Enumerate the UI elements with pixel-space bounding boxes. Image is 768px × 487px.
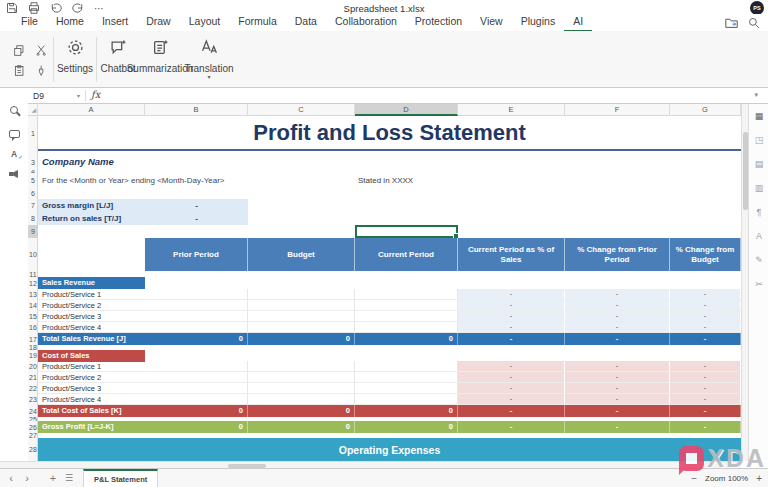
add-sheet-icon[interactable]: +	[46, 469, 60, 487]
header-prior-period[interactable]: Prior Period	[145, 238, 248, 271]
tab-home[interactable]: Home	[47, 13, 93, 32]
table-row[interactable]: Product/Service 1 ---	[38, 361, 741, 372]
table-row[interactable]: Product/Service 1 ---	[38, 289, 741, 300]
row-header[interactable]: 28	[28, 438, 38, 461]
row-header[interactable]: 12	[28, 277, 38, 289]
shape-settings-icon[interactable]: ◳	[749, 130, 768, 150]
tab-ai[interactable]: AI	[564, 13, 592, 32]
tab-view[interactable]: View	[471, 13, 512, 32]
textart-settings-icon[interactable]: A	[749, 226, 768, 246]
fx-icon[interactable]: ƒx	[91, 89, 100, 100]
ai-settings-button[interactable]: Settings	[54, 39, 96, 74]
period-cell[interactable]: For the <Month or Year> ending <Month-Da…	[42, 173, 225, 188]
gross-profit-row[interactable]: Gross Profit [L=J-K] 000 ---	[38, 421, 741, 433]
signature-settings-icon[interactable]: ✎	[749, 250, 768, 270]
worksheet[interactable]: ◢ A B C D E F G 1 3 4 5 6 7 8 9 10 11 12…	[28, 104, 741, 461]
row-header-selected[interactable]: 9	[28, 225, 38, 238]
header-current-period[interactable]: Current Period	[355, 238, 458, 271]
next-sheet-icon[interactable]: ›	[20, 469, 34, 487]
return-on-sales-row[interactable]: Return on sales [T/J] -	[38, 212, 248, 225]
column-header-e[interactable]: E	[458, 104, 565, 116]
row-header[interactable]: 22	[28, 383, 38, 394]
tab-protection[interactable]: Protection	[406, 13, 471, 32]
column-header-f[interactable]: F	[565, 104, 670, 116]
company-name-cell[interactable]: Company Name	[42, 154, 114, 170]
row-header[interactable]: 16	[28, 322, 38, 333]
comments-icon[interactable]	[0, 124, 28, 144]
sales-revenue-section[interactable]: Sales Revenue	[38, 277, 145, 289]
select-all-corner[interactable]: ◢	[28, 104, 38, 116]
row-header[interactable]: 14	[28, 300, 38, 311]
find-icon[interactable]	[0, 100, 28, 120]
spellcheck-icon[interactable]: A✓	[0, 144, 28, 164]
row-header[interactable]: 8	[28, 212, 38, 225]
gross-margin-row[interactable]: Gross margin [L/J] -	[38, 199, 248, 212]
column-header-b[interactable]: B	[145, 104, 248, 116]
horizontal-scrollbar[interactable]	[0, 461, 741, 468]
row-header[interactable]: 24	[28, 405, 38, 417]
total-sales-row[interactable]: Total Sales Revenue [J] 000 ---	[38, 333, 741, 345]
column-header-c[interactable]: C	[248, 104, 355, 116]
row-header[interactable]: 17	[28, 333, 38, 345]
tab-collaboration[interactable]: Collaboration	[326, 13, 406, 32]
header-change-budget[interactable]: % Change from Budget	[670, 238, 741, 271]
row-header[interactable]: 1	[28, 116, 38, 151]
image-settings-icon[interactable]: ▤	[749, 154, 768, 174]
name-box[interactable]: D9 ▾	[28, 88, 84, 103]
table-row[interactable]: Product/Service 2 ---	[38, 372, 741, 383]
copy-icon[interactable]	[8, 40, 30, 60]
tab-insert[interactable]: Insert	[93, 13, 137, 32]
selected-cell-d9[interactable]	[355, 225, 458, 238]
sheet-tab-pl-statement[interactable]: P&L Statement	[83, 469, 158, 487]
cut-icon[interactable]	[30, 40, 52, 60]
row-header[interactable]: 10	[28, 238, 38, 271]
translation-button[interactable]: Translation ▾	[186, 39, 232, 79]
operating-expenses-banner[interactable]: Operating Expenses	[38, 438, 741, 461]
tab-formula[interactable]: Formula	[229, 13, 286, 32]
feedback-icon[interactable]	[0, 164, 28, 184]
row-header[interactable]: 5	[28, 173, 38, 188]
copy-style-icon[interactable]	[30, 60, 52, 80]
tab-draw[interactable]: Draw	[137, 13, 180, 32]
row-header[interactable]: 15	[28, 311, 38, 322]
header-change-prior[interactable]: % Change from Prior Period	[565, 238, 670, 271]
formula-input[interactable]	[108, 90, 738, 102]
prev-sheet-icon[interactable]: ‹	[4, 469, 18, 487]
zoom-out-icon[interactable]: −	[691, 473, 697, 484]
paste-icon[interactable]	[8, 60, 30, 80]
row-header[interactable]: 13	[28, 289, 38, 300]
row-header[interactable]: 21	[28, 372, 38, 383]
paragraph-settings-icon[interactable]: ¶	[749, 202, 768, 222]
table-row[interactable]: Product/Service 4 ---	[38, 394, 741, 405]
column-header-a[interactable]: A	[38, 104, 145, 116]
table-row[interactable]: Product/Service 4 ---	[38, 322, 741, 333]
zoom-in-icon[interactable]: +	[756, 473, 762, 484]
row-header[interactable]: 20	[28, 361, 38, 372]
vertical-scrollbar[interactable]	[741, 104, 748, 461]
header-budget[interactable]: Budget	[248, 238, 355, 271]
sheet-title-cell[interactable]: Profit and Loss Statement	[38, 116, 741, 151]
column-header-g[interactable]: G	[670, 104, 741, 116]
table-row[interactable]: Product/Service 2 ---	[38, 300, 741, 311]
cell-settings-icon[interactable]: ▦	[749, 106, 768, 126]
expand-formula-bar-icon[interactable]: ▾	[754, 91, 758, 99]
tab-layout[interactable]: Layout	[180, 13, 230, 32]
row-header[interactable]: 3	[28, 154, 38, 170]
avatar[interactable]: PS	[750, 1, 764, 15]
row-header[interactable]: 19	[28, 350, 38, 361]
tab-file[interactable]: File	[12, 13, 47, 32]
summarization-button[interactable]: Summarization	[131, 39, 189, 74]
row-header[interactable]: 6	[28, 188, 38, 199]
sheet-list-icon[interactable]: ☰	[62, 469, 76, 487]
stated-in-cell[interactable]: Stated in XXXX	[358, 173, 413, 188]
table-row[interactable]: Product/Service 3 ---	[38, 383, 741, 394]
table-row[interactable]: Product/Service 3 ---	[38, 311, 741, 322]
tab-plugins[interactable]: Plugins	[512, 13, 564, 32]
total-cost-row[interactable]: Total Cost of Sales [K] 000 ---	[38, 405, 741, 417]
tab-data[interactable]: Data	[286, 13, 326, 32]
chart-settings-icon[interactable]: ▥	[749, 178, 768, 198]
column-header-d[interactable]: D	[355, 104, 458, 116]
header-current-pct-sales[interactable]: Current Period as % of Sales	[458, 238, 565, 271]
slicer-settings-icon[interactable]: ✂	[749, 274, 768, 294]
row-header[interactable]: 26	[28, 421, 38, 433]
